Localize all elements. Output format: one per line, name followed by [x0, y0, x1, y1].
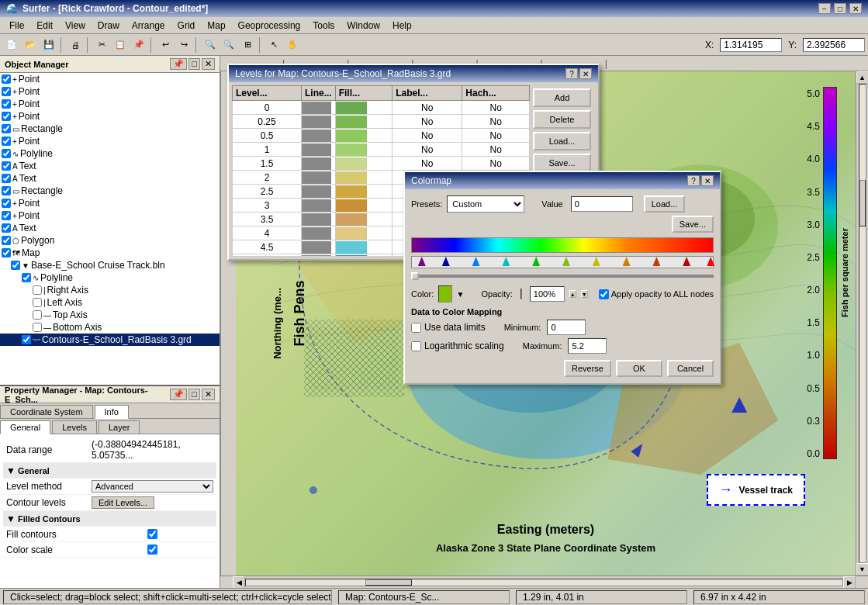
cm-opacity-slider[interactable]: [520, 289, 522, 299]
tree-item-polygon1[interactable]: ⬠Polygon: [0, 234, 220, 247]
zoom-fit-button[interactable]: ⊞: [239, 36, 256, 54]
restore-button[interactable]: □: [834, 3, 846, 14]
level-row[interactable]: 0.5 No No: [233, 129, 530, 143]
h-scrollbar[interactable]: ◀ ▶: [220, 576, 868, 588]
fill-swatch[interactable]: [335, 143, 392, 157]
tree-item-contours[interactable]: 〰Contours-E_School_RadBasis 3.grd: [0, 334, 220, 346]
color-stop[interactable]: [472, 257, 480, 266]
menu-window[interactable]: Window: [341, 19, 386, 33]
pm-restore-button[interactable]: □: [188, 389, 200, 400]
color-stop[interactable]: [532, 257, 540, 266]
minimize-button[interactable]: −: [818, 3, 831, 14]
tree-item-map[interactable]: 🗺Map: [0, 247, 220, 259]
level-method-select[interactable]: Advanced Simple: [92, 480, 213, 493]
pm-section-filled-contours[interactable]: ▼ Filled Contours: [3, 511, 216, 527]
tree-item-left-axis[interactable]: |Left Axis: [0, 296, 220, 309]
level-row[interactable]: 0 No No: [233, 101, 530, 115]
tree-item-point6[interactable]: +Point: [0, 197, 220, 209]
add-button[interactable]: Add: [533, 88, 591, 107]
levels-help-button[interactable]: ?: [565, 68, 578, 79]
cm-slider-thumb[interactable]: [411, 272, 419, 280]
cm-color-stops[interactable]: [411, 256, 714, 268]
om-restore-button[interactable]: □: [188, 58, 200, 70]
pm-pin-button[interactable]: 📌: [170, 389, 187, 400]
fill-swatch[interactable]: [335, 185, 392, 199]
cm-slider-track[interactable]: [411, 275, 714, 278]
level-row[interactable]: 0.25 No No: [233, 115, 530, 129]
color-stop[interactable]: [442, 257, 450, 266]
tree-item-polyline2[interactable]: ∿Polyline: [0, 271, 220, 284]
cm-cancel-button[interactable]: Cancel: [667, 360, 714, 377]
col-hach[interactable]: Hach...: [462, 86, 530, 101]
tab-general[interactable]: General: [0, 420, 50, 434]
redo-button[interactable]: ↪: [175, 36, 192, 54]
levels-close-button[interactable]: ✕: [579, 68, 592, 79]
tree-item-text2[interactable]: AText: [0, 172, 220, 185]
cm-help-button[interactable]: ?: [687, 175, 700, 186]
menu-help[interactable]: Help: [386, 19, 418, 33]
fill-swatch[interactable]: [335, 240, 392, 254]
level-row[interactable]: 1.5 No No: [233, 157, 530, 171]
tree-item-cruise-track[interactable]: ▼Base-E_School Cruise Track.bln: [0, 259, 220, 271]
cm-presets-select[interactable]: Custom Rainbow Grayscale: [447, 195, 524, 213]
save-levels-button[interactable]: Save...: [533, 154, 591, 172]
fill-contours-checkbox[interactable]: [92, 529, 213, 539]
om-close-button[interactable]: ✕: [202, 58, 215, 70]
x-coord-input[interactable]: [720, 38, 782, 52]
cm-value-input[interactable]: [571, 196, 633, 212]
tree-item-text3[interactable]: AText: [0, 222, 220, 234]
col-level[interactable]: Level...: [233, 86, 302, 101]
cm-log-scaling-checkbox[interactable]: [411, 341, 421, 351]
color-stop[interactable]: [707, 257, 714, 266]
pm-close-button[interactable]: ✕: [202, 389, 215, 400]
y-coord-input[interactable]: [803, 38, 865, 52]
fill-swatch[interactable]: [335, 157, 392, 171]
color-stop[interactable]: [652, 257, 660, 266]
fill-swatch[interactable]: [335, 101, 392, 115]
menu-map[interactable]: Map: [201, 19, 231, 33]
tab-layer[interactable]: Layer: [99, 420, 140, 434]
tree-item-point2[interactable]: +Point: [0, 85, 220, 98]
menu-arrange[interactable]: Arrange: [126, 19, 171, 33]
v-scroll-up[interactable]: ▲: [856, 71, 869, 84]
tree-item-bottom-axis[interactable]: —Bottom Axis: [0, 321, 220, 334]
select-button[interactable]: ↖: [265, 36, 282, 54]
cm-save-button[interactable]: Save...: [672, 216, 714, 233]
menu-file[interactable]: File: [3, 19, 30, 33]
paste-button[interactable]: 📌: [130, 36, 147, 54]
menu-tools[interactable]: Tools: [306, 19, 341, 33]
v-scrollbar-track[interactable]: [859, 84, 866, 563]
menu-geoprocessing[interactable]: Geoprocessing: [232, 19, 307, 33]
color-stop[interactable]: [418, 257, 426, 266]
color-stop[interactable]: [502, 257, 510, 266]
color-stop[interactable]: [623, 257, 631, 266]
v-scrollbar-thumb[interactable]: [859, 180, 866, 226]
tree-item-polyline1[interactable]: ∿Polyline: [0, 147, 220, 160]
h-scrollbar-thumb[interactable]: [365, 579, 412, 586]
open-button[interactable]: 📂: [22, 36, 39, 54]
pm-section-general[interactable]: ▼ General: [3, 463, 216, 479]
v-scroll-down[interactable]: ▼: [856, 563, 869, 576]
v-scrollbar[interactable]: ▲ ▼: [856, 71, 868, 576]
color-scale-checkbox[interactable]: [92, 544, 213, 555]
cm-apply-all-checkbox[interactable]: [599, 289, 609, 299]
fill-swatch[interactable]: [335, 171, 392, 185]
cm-ok-button[interactable]: OK: [616, 360, 662, 377]
cm-gradient-bar[interactable]: [411, 237, 714, 253]
zoom-in-button[interactable]: 🔍: [202, 36, 219, 54]
tree-item-point1[interactable]: +Point: [0, 73, 220, 85]
color-stop[interactable]: [683, 257, 690, 266]
tree-item-rectangle2[interactable]: ▭Rectangle: [0, 185, 220, 197]
col-label[interactable]: Label...: [393, 86, 462, 101]
cm-load-button[interactable]: Load...: [644, 195, 686, 213]
tree-item-top-axis[interactable]: —Top Axis: [0, 309, 220, 321]
cm-opacity-down[interactable]: ▼: [581, 290, 588, 298]
cm-opacity-input[interactable]: [530, 286, 565, 302]
tab-coordinate-system[interactable]: Coordinate System: [0, 405, 93, 418]
close-button[interactable]: ✕: [849, 3, 862, 14]
cm-opacity-up[interactable]: ▲: [569, 290, 576, 298]
cm-minimum-input[interactable]: [547, 320, 586, 335]
cm-dropdown-icon[interactable]: ▼: [457, 290, 465, 299]
undo-button[interactable]: ↩: [157, 36, 174, 54]
copy-button[interactable]: 📋: [112, 36, 129, 54]
